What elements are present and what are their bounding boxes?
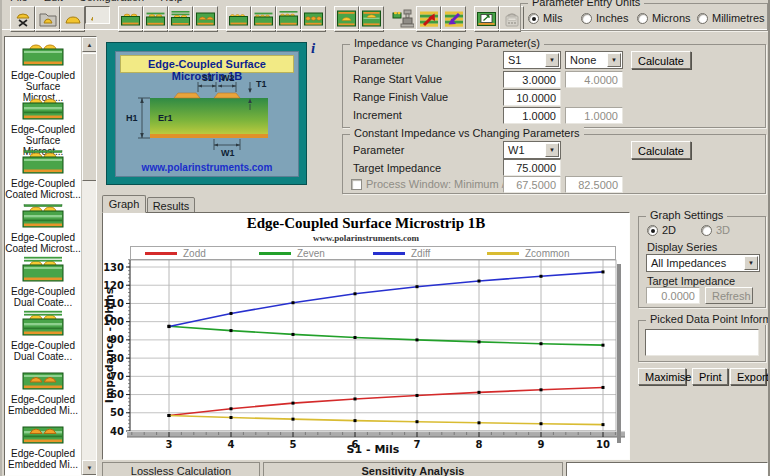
increment-input-2[interactable]: 1.0000 [565,107,623,124]
menu-configuration[interactable]: Configuration [79,0,144,3]
impedance-groupbox: Impedance vs Changing Parameter(s) Param… [342,44,766,128]
ec-dual-coated-icon [21,274,65,286]
svg-text:8: 8 [476,439,483,450]
radio-microns-icon [637,13,648,24]
bottom-tab-spacer [566,462,768,476]
svg-text:Er1: Er1 [158,113,173,123]
range-finish-input[interactable]: 10.0000 [503,89,561,106]
edge-coupled-pair-button[interactable] [85,6,110,24]
radio-3d-icon [701,225,712,236]
svg-text:T1: T1 [256,79,267,89]
structure-list-panel: Edge-CoupledSurface Microst... Edge-Coup… [4,36,97,476]
picked-data-textarea[interactable] [645,329,759,356]
export-graphic-icon [476,10,497,28]
svg-text:7: 7 [414,439,421,450]
parameter1-select[interactable]: S1 [503,51,561,69]
tab-graph[interactable]: Graph [102,195,146,213]
structure-item-ec-embedded-2[interactable]: Edge-CoupledEmbedded Mi... [5,415,81,469]
display-series-select[interactable]: All Impedances [646,254,760,272]
ec-embedded-microstrip-icon [21,436,65,448]
menu-file[interactable]: File [10,0,28,3]
radio-3d[interactable]: 3D [701,224,730,236]
radio-2d-icon [647,225,658,236]
scroll-down-icon[interactable] [82,460,97,475]
menu-help[interactable]: Help [160,0,183,3]
ec-coated-microstrip-icon [21,166,65,178]
radio-microns[interactable]: Microns [637,12,691,24]
sidebar-scrollbar[interactable] [81,37,96,475]
increment-input[interactable]: 1.0000 [503,107,561,124]
units-groupbox: Parameter Entry Units Mils Inches Micron… [520,3,768,31]
edge-coupled-pair-icon [90,7,93,25]
structure-item-ec-coated-1[interactable]: Edge-CoupledCoated Microst... [5,145,81,199]
tab-results[interactable]: Results [147,197,195,213]
dual-coated-microstrip-icon [170,10,191,28]
chevron-down-icon[interactable] [607,53,621,67]
maximise-button[interactable]: Maximise [638,368,686,385]
calculate-parameter-button[interactable]: Calculate [631,141,691,159]
structure-item-ec-dual-coated-1[interactable]: Edge-CoupledDual Coate... [5,253,81,307]
structure-item-ec-surface-2[interactable]: Edge-CoupledSurface Microst... [5,91,81,145]
radio-inches-icon [581,13,592,24]
structure-item-ec-embedded-1[interactable]: Edge-CoupledEmbedded Mi... [5,361,81,415]
structure-item-ec-dual-coated-2[interactable]: Edge-CoupledDual Coate... [5,307,81,361]
calc-parameter-icon [444,10,464,28]
app-window: File Edit Configuration Help Parameter E… [0,0,770,476]
ec-surface-microstrip-icon [21,58,65,70]
chevron-down-icon[interactable] [545,53,559,67]
radio-2d[interactable]: 2D [647,224,676,236]
svg-text:S1 - Mils: S1 - Mils [347,443,400,456]
bottom-tab-sensitivity[interactable]: Sensitivity Analysis [263,462,563,476]
bottom-tab-lossless[interactable]: Lossless Calculation [102,462,260,476]
svg-text:3: 3 [166,439,173,450]
impedance-plot[interactable]: 405060708090100110120130345678910Impedan… [103,213,629,459]
ec-coated-microstrip-icon [21,220,65,232]
info-icon[interactable]: i [311,40,315,57]
chevron-down-icon[interactable] [545,143,559,157]
process-window-checkbox[interactable] [351,179,362,190]
ec-embedded-microstrip-icon [21,382,65,394]
graph-settings-groupbox: Graph Settings 2D 3D Display Series All … [638,216,766,308]
constant-parameter-select[interactable]: W1 [503,141,561,159]
calculator-icon [502,10,522,29]
structure-list: Edge-CoupledSurface Microst... Edge-Coup… [5,37,81,475]
range-start-input[interactable]: 3.0000 [503,71,561,88]
scrollbar-thumb[interactable] [82,53,97,181]
export-button[interactable]: Export [730,368,766,385]
graph-target-impedance-input[interactable]: 0.0000 [646,287,700,304]
menu-edit[interactable]: Edit [44,0,63,3]
refresh-button[interactable]: Refresh [705,287,753,304]
constant-impedance-groupbox: Constant Impedance vs Changing Parameter… [342,134,766,194]
target-impedance-input[interactable]: 75.0000 [503,159,561,176]
structure-item-ec-surface-1[interactable]: Edge-CoupledSurface Microst... [5,37,81,91]
svg-text:Impedance - Ohms: Impedance - Ohms [103,287,116,403]
single-trace-icon [63,10,83,28]
structure-folder-icon [38,10,58,28]
structure-item-ec-coated-2[interactable]: Edge-CoupledCoated Microst... [5,199,81,253]
svg-text:10: 10 [596,439,610,450]
scroll-up-icon[interactable] [82,37,97,52]
process-min-input[interactable]: 67.5000 [503,176,561,193]
radio-millimetres[interactable]: Millimetres [697,12,765,24]
parameter2-select[interactable]: None [565,51,623,69]
svg-text:9: 9 [538,439,545,450]
radio-inches[interactable]: Inches [581,12,628,24]
calculate-impedance-button[interactable]: Calculate [631,51,691,69]
range-start-input-2[interactable]: 4.0000 [565,71,623,88]
range-finish-label: Range Finish Value [353,91,448,103]
print-button[interactable]: Print [692,368,728,385]
parameter-label: Parameter [353,54,404,66]
constant-parameter-label: Parameter [353,144,404,156]
picked-data-title: Picked Data Point Information [646,313,770,325]
chevron-down-icon[interactable] [744,256,758,270]
structure-diagram-panel: Edge-Coupled Surface Microstrip 1B S1 [106,42,307,185]
dual-stripline-icon [361,9,382,29]
svg-text:W2: W2 [221,74,235,83]
ec-embedded-microstrip-icon [303,10,324,28]
graph-target-impedance-label: Target Impedance [647,275,735,287]
ec-dual-coated-microstrip-icon [278,10,299,28]
radio-mils[interactable]: Mils [528,12,563,24]
units-title: Parameter Entry Units [528,0,644,8]
trace-with-pins-icon [13,10,33,28]
process-max-input[interactable]: 82.5000 [565,176,623,193]
